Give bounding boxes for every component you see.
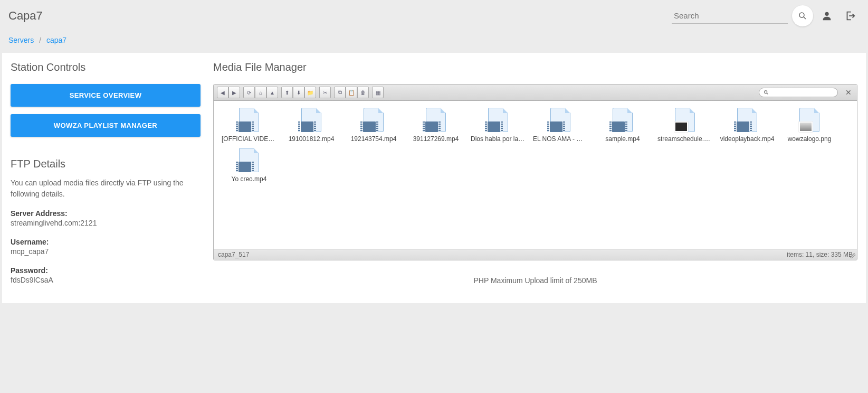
ftp-details-title: FTP Details — [11, 158, 201, 170]
file-search-clear[interactable]: ✕ — [843, 87, 854, 98]
file-item[interactable]: sample.mp4 — [592, 105, 654, 145]
image-file-icon — [797, 108, 822, 133]
delete-icon: 🗑 — [360, 90, 366, 96]
media-manager-title: Media File Manager — [213, 61, 857, 73]
video-file-icon — [485, 108, 511, 133]
file-item[interactable]: 391127269.mp4 — [405, 105, 467, 145]
video-file-icon — [361, 108, 386, 133]
file-label: 192143754.mp4 — [344, 135, 403, 143]
video-file-icon — [735, 108, 760, 133]
file-manager: ◀▶ ⟳⌂▲ ⬆⬇📁 ✂ ⧉📋🗑 ▦ ✕ [OFFICIAL VIDEO] …1… — [213, 84, 857, 260]
service-overview-button[interactable]: SERVICE OVERVIEW — [11, 84, 201, 107]
copy-icon: ⧉ — [338, 89, 342, 96]
person-icon — [821, 10, 833, 22]
breadcrumb-servers[interactable]: Servers — [8, 36, 34, 44]
account-button[interactable] — [817, 6, 836, 25]
upload-icon: ⬆ — [285, 90, 289, 96]
tb-newfolder-button[interactable]: 📁 — [304, 87, 316, 98]
right-column: Media File Manager ◀▶ ⟳⌂▲ ⬆⬇📁 ✂ ⧉📋🗑 ▦ ✕ … — [213, 61, 857, 295]
video-file-icon — [236, 148, 262, 173]
tb-copy-button[interactable]: ⧉ — [334, 87, 346, 98]
forward-icon: ▶ — [232, 90, 236, 96]
breadcrumb: Servers / capa7 — [0, 32, 868, 51]
topbar-actions — [672, 5, 860, 26]
file-label: streamschedule.smil — [655, 135, 714, 143]
file-item[interactable]: streamschedule.smil — [654, 105, 716, 145]
file-manager-toolbar: ◀▶ ⟳⌂▲ ⬆⬇📁 ✂ ⧉📋🗑 ▦ ✕ — [214, 85, 857, 101]
ftp-server-label: Server Address: — [11, 209, 201, 218]
up-icon: ▲ — [270, 90, 275, 96]
file-label: 391127269.mp4 — [406, 135, 465, 143]
wowza-playlist-button[interactable]: WOWZA PLAYLIST MANAGER — [11, 114, 201, 137]
file-search-input[interactable] — [772, 89, 833, 96]
logout-button[interactable] — [841, 6, 860, 25]
video-file-icon — [548, 108, 573, 133]
search-input[interactable] — [672, 8, 788, 24]
file-label: Dios habla por la n… — [469, 135, 528, 143]
ftp-username-value: mcp_capa7 — [11, 247, 201, 256]
file-item[interactable]: [OFFICIAL VIDEO] … — [218, 105, 280, 145]
tb-upload-button[interactable]: ⬆ — [281, 87, 293, 98]
tb-delete-button[interactable]: 🗑 — [357, 87, 369, 98]
file-item[interactable]: EL NOS AMA - Mela… — [529, 105, 592, 145]
ftp-username-label: Username: — [11, 238, 201, 246]
schedule-file-icon — [672, 108, 698, 133]
left-column: Station Controls SERVICE OVERVIEW WOWZA … — [11, 61, 201, 295]
home-icon: ⌂ — [259, 90, 262, 96]
current-path: capa7_517 — [218, 251, 249, 258]
file-item[interactable]: wowzalogo.png — [778, 105, 841, 145]
cut-icon: ✂ — [323, 90, 327, 96]
logout-icon — [844, 10, 856, 22]
file-manager-search[interactable] — [759, 88, 838, 97]
upload-limit-note: PHP Maximum Upload limit of 250MB — [213, 276, 857, 285]
file-label: Yo creo.mp4 — [220, 175, 279, 183]
app-title: Capa7 — [8, 9, 43, 23]
tb-view-button[interactable]: ▦ — [372, 87, 384, 98]
tb-up-button[interactable]: ▲ — [266, 87, 278, 98]
ftp-password-field: Password: fdsDs9lCsaA — [11, 266, 201, 284]
svg-point-3 — [765, 91, 767, 93]
file-item[interactable]: 192143754.mp4 — [342, 105, 405, 145]
tb-forward-button[interactable]: ▶ — [228, 87, 240, 98]
search-small-icon — [764, 90, 769, 95]
newfolder-icon: 📁 — [307, 90, 313, 96]
ftp-password-label: Password: — [11, 266, 201, 275]
search-icon — [798, 11, 807, 21]
tb-reload-button[interactable]: ⟳ — [243, 87, 255, 98]
tb-download-button[interactable]: ⬇ — [293, 87, 304, 98]
ftp-server-field: Server Address: streaminglivehd.com:2121 — [11, 209, 201, 227]
svg-point-0 — [799, 13, 804, 17]
video-file-icon — [423, 108, 449, 133]
file-item[interactable]: Yo creo.mp4 — [218, 145, 280, 185]
file-grid[interactable]: [OFFICIAL VIDEO] …191001812.mp4192143754… — [214, 101, 857, 249]
video-file-icon — [236, 108, 262, 133]
svg-line-4 — [767, 93, 768, 94]
file-label: sample.mp4 — [593, 135, 652, 143]
search-button[interactable] — [792, 5, 813, 26]
file-label: EL NOS AMA - Mela… — [531, 135, 590, 143]
breadcrumb-capa7[interactable]: capa7 — [46, 36, 66, 44]
topbar: Capa7 — [0, 0, 868, 32]
video-file-icon — [610, 108, 635, 133]
file-label: [OFFICIAL VIDEO] … — [220, 135, 279, 143]
station-controls-title: Station Controls — [11, 61, 201, 73]
video-file-icon — [299, 108, 324, 133]
ftp-password-value: fdsDs9lCsaA — [11, 276, 201, 284]
file-item[interactable]: videoplayback.mp4 — [716, 105, 778, 145]
file-label: 191001812.mp4 — [282, 135, 341, 143]
download-icon: ⬇ — [297, 90, 301, 96]
tb-cut-button[interactable]: ✂ — [319, 87, 331, 98]
reload-icon: ⟳ — [247, 90, 251, 96]
status-summary: items: 11, size: 335 MB — [787, 251, 853, 258]
svg-line-1 — [804, 17, 806, 19]
tb-paste-button[interactable]: 📋 — [346, 87, 357, 98]
file-label: wowzalogo.png — [780, 135, 839, 143]
tb-home-button[interactable]: ⌂ — [255, 87, 266, 98]
view-icon: ▦ — [376, 90, 380, 96]
file-item[interactable]: Dios habla por la n… — [467, 105, 529, 145]
ftp-description: You can upload media files directly via … — [11, 177, 201, 200]
file-item[interactable]: 191001812.mp4 — [280, 105, 342, 145]
tb-back-button[interactable]: ◀ — [217, 87, 228, 98]
paste-icon: 📋 — [348, 90, 355, 96]
ftp-server-value: streaminglivehd.com:2121 — [11, 219, 201, 227]
